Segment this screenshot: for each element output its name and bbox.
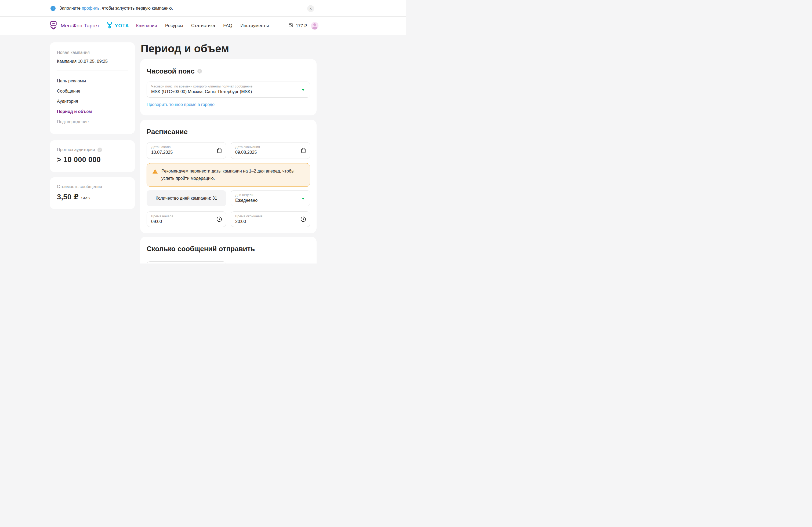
volume-heading: Сколько сообщений отправить [147, 245, 255, 253]
warning-text: Рекомендуем перенести даты кампании на 1… [161, 168, 305, 182]
banner-message: i Заполните профиль, чтобы запустить пер… [50, 6, 173, 11]
page-title: Период и объем [141, 42, 317, 55]
forecast-label: Прогноз аудитории [57, 147, 95, 152]
weekdays-select[interactable]: Дни недели Ежедневно [231, 190, 310, 206]
notification-banner: i Заполните профиль, чтобы запустить пер… [0, 0, 406, 17]
yota-wordmark: YOTA [115, 23, 129, 29]
step-audience[interactable]: Аудитория [57, 96, 128, 107]
steps-list: Цель рекламы Сообщение Аудитория Период … [57, 76, 128, 127]
forecast-value: > 10 000 000 [57, 156, 128, 164]
balance-button[interactable]: 177 ₽ [288, 22, 307, 29]
brand-name: МегаФон Таргет [61, 23, 99, 29]
divider [57, 71, 128, 71]
cost-value: 3,50 ₽ [57, 193, 79, 201]
nav-tools[interactable]: Инструменты [240, 23, 269, 28]
timezone-heading: Часовой пояс [147, 67, 195, 75]
header: МегаФон Таргет YOTA Кампании Ресурсы Ста… [0, 17, 406, 35]
nav-campaigns[interactable]: Кампании [136, 23, 157, 28]
megafon-target-logo[interactable]: МегаФон Таргет [49, 21, 99, 31]
timezone-help-icon[interactable]: ? [197, 69, 202, 74]
start-time-label: Время начала [151, 214, 221, 218]
campaign-name: Кампания 10.07.25, 09:25 [57, 59, 128, 64]
profile-link[interactable]: профиль [82, 6, 99, 11]
chevron-down-icon [302, 198, 305, 200]
step-confirmation: Подтверждение [57, 117, 128, 127]
page: i Заполните профиль, чтобы запустить пер… [0, 0, 406, 264]
end-time-value: 20:00 [235, 219, 306, 224]
start-date-label: Дата начала [151, 145, 221, 149]
warning-icon [152, 169, 158, 182]
start-time-field[interactable]: Время начала 09:00 [147, 211, 226, 227]
brand-divider [103, 22, 103, 29]
campaign-days-count: Количество дней кампании: 31 [147, 190, 226, 206]
close-banner-button[interactable]: ✕ [307, 5, 314, 12]
check-city-time-link[interactable]: Проверить точное время в городе [147, 102, 215, 107]
avatar[interactable] [311, 22, 318, 30]
end-time-field[interactable]: Время окончания 20:00 [231, 211, 310, 227]
campaign-section-label: Новая кампания [57, 50, 128, 55]
weekdays-label: Дни недели [235, 193, 306, 197]
balance-value: 177 ₽ [296, 23, 307, 28]
nav-statistics[interactable]: Статистика [191, 23, 215, 28]
calendar-icon [301, 148, 306, 153]
info-icon: i [50, 6, 56, 11]
yota-logo-icon [106, 22, 113, 30]
step-goal[interactable]: Цель рекламы [57, 76, 128, 86]
message-volume-card: Сколько сообщений отправить [140, 237, 317, 264]
start-date-field[interactable]: Дата начала 10.07.2025 [147, 142, 226, 159]
schedule-card: Расписание Дата начала 10.07.2025 [140, 120, 317, 233]
campaign-sidebar: Новая кампания Кампания 10.07.25, 09:25 … [50, 42, 135, 209]
timezone-card: Часовой пояс ? Часовой пояс, по времени … [140, 59, 317, 115]
timezone-select-value: MSK (UTC+03:00) Москва, Санкт-Петербург … [151, 89, 306, 94]
step-message[interactable]: Сообщение [57, 86, 128, 96]
start-date-value: 10.07.2025 [151, 150, 221, 155]
step-period-volume[interactable]: Период и объем [57, 107, 128, 117]
cost-unit: SMS [81, 196, 90, 200]
message-volume-field[interactable] [147, 261, 226, 264]
end-date-label: Дата окончания [235, 145, 306, 149]
main-nav: Кампании Ресурсы Статистика FAQ Инструме… [136, 23, 269, 28]
clock-icon [216, 216, 222, 222]
yota-logo[interactable]: YOTA [106, 22, 129, 30]
schedule-heading: Расписание [147, 128, 188, 136]
timezone-select[interactable]: Часовой пояс, по времени которого клиент… [147, 81, 310, 98]
megafon-logo-icon [49, 21, 58, 31]
campaign-steps-card: Новая кампания Кампания 10.07.25, 09:25 … [50, 42, 135, 134]
cost-label: Стоимость сообщения [57, 184, 102, 189]
chevron-down-icon [302, 89, 305, 91]
forecast-help-icon[interactable]: ? [98, 148, 102, 152]
weekdays-value: Ежедневно [235, 198, 306, 203]
start-time-value: 09:00 [151, 219, 221, 224]
end-date-field[interactable]: Дата окончания 09.08.2025 [231, 142, 310, 159]
message-cost-card: Стоимость сообщения 3,50 ₽ SMS [50, 177, 135, 209]
moderation-warning: Рекомендуем перенести даты кампании на 1… [147, 163, 310, 187]
main-content: Период и объем Часовой пояс ? Часовой по… [140, 42, 317, 264]
banner-text: Заполните профиль, чтобы запустить перву… [59, 6, 173, 11]
nav-faq[interactable]: FAQ [223, 23, 232, 28]
calendar-icon [216, 148, 222, 153]
timezone-select-label: Часовой пояс, по времени которого клиент… [151, 85, 306, 88]
clock-icon [300, 216, 306, 222]
audience-forecast-card: Прогноз аудитории ? > 10 000 000 [50, 140, 135, 172]
nav-resources[interactable]: Ресурсы [165, 23, 183, 28]
end-time-label: Время окончания [235, 214, 306, 218]
wallet-icon [288, 22, 293, 29]
end-date-value: 09.08.2025 [235, 150, 306, 155]
